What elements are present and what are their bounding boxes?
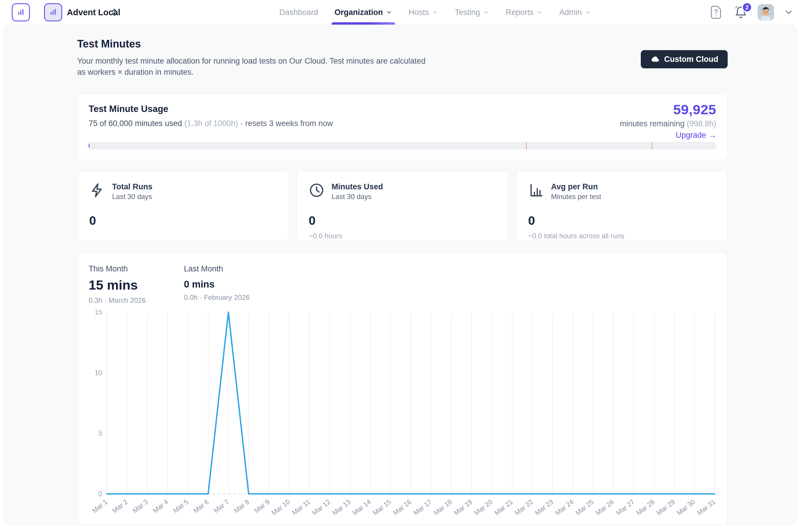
nav-item-admin[interactable]: Admin — [559, 0, 591, 25]
progress-threshold-marker — [526, 142, 527, 150]
page-description-line2: as workers × duration in minutes. — [77, 66, 728, 78]
x-axis-tick-label: Mar 12 — [310, 498, 331, 517]
remaining-label-line: minutes remaining (998.8h) — [620, 119, 716, 128]
x-axis-tick-label: Mar 8 — [232, 498, 251, 514]
usage-progress-fill — [89, 142, 90, 150]
content: Test Minutes Your monthly test minute al… — [77, 25, 728, 525]
x-axis-tick-label: Mar 17 — [412, 498, 433, 517]
x-axis-tick-label: Mar 20 — [473, 498, 494, 517]
x-axis-tick-label: Mar 4 — [151, 498, 169, 514]
y-axis-tick-label: 10 — [94, 369, 102, 377]
stat-card-subtext — [89, 232, 277, 240]
this-month-label: This Month — [89, 264, 146, 273]
stat-card-header: Total RunsLast 30 days — [89, 182, 277, 201]
this-month-value: 15 mins — [89, 278, 146, 293]
top-navigation: Advent Local DashboardOrganizationHostsT… — [0, 0, 801, 25]
x-axis-tick-label: Mar 23 — [533, 498, 554, 517]
stat-card-header: Avg per RunMinutes per test — [528, 182, 716, 201]
this-month-block: This Month 15 mins 0.3h · March 2026 — [89, 264, 146, 305]
notification-badge: 2 — [742, 2, 752, 13]
x-axis-tick-label: Mar 15 — [371, 498, 393, 517]
chart-card: This Month 15 mins 0.3h · March 2026 Las… — [77, 252, 728, 525]
last-month-value: 0 mins — [184, 279, 250, 290]
bar-chart-icon — [528, 182, 544, 198]
chevron-down-icon — [585, 9, 591, 16]
nav-item-label: Reports — [506, 8, 534, 17]
x-axis-tick-label: Mar 25 — [574, 498, 595, 517]
nav-item-hosts[interactable]: Hosts — [409, 0, 438, 25]
usage-card: Test Minute Usage 75 of 60,000 minutes u… — [77, 94, 728, 160]
upgrade-link[interactable]: Upgrade → — [620, 131, 716, 140]
workspace-logo-button[interactable] — [44, 3, 62, 21]
x-axis-tick-label: Mar 27 — [614, 498, 636, 517]
stat-card-total-runs: Total RunsLast 30 days0 — [77, 171, 289, 241]
stat-card-title: Total Runs — [112, 182, 152, 191]
active-nav-underline — [331, 22, 395, 25]
last-month-subtext: 0.0h · February 2026 — [184, 293, 250, 302]
nav-item-testing[interactable]: Testing — [455, 0, 489, 25]
main-panel: Test Minutes Your monthly test minute al… — [4, 25, 797, 525]
x-axis-tick-label: Mar 29 — [655, 498, 676, 517]
y-axis-tick-label: 0 — [98, 490, 102, 498]
avatar[interactable] — [758, 4, 774, 20]
account-menu-toggle[interactable] — [783, 4, 795, 20]
usage-text: 75 of 60,000 minutes used — [89, 119, 182, 128]
x-axis-tick-label: Mar 13 — [331, 498, 352, 517]
page-description: Your monthly test minute allocation for … — [77, 55, 728, 78]
usage-hours: (1.3h of 1000h) — [184, 119, 238, 128]
page-title: Test Minutes — [77, 25, 728, 50]
help-doc-icon: ? — [710, 5, 722, 19]
x-axis-tick-label: Mar 22 — [513, 498, 534, 517]
this-month-subtext: 0.3h · March 2026 — [89, 296, 146, 305]
x-axis-tick-label: Mar 11 — [291, 498, 312, 516]
updown-chevron-icon — [110, 7, 119, 17]
x-axis-tick-label: Mar 16 — [392, 498, 413, 517]
primary-nav: DashboardOrganizationHostsTestingReports… — [279, 0, 591, 25]
x-axis-tick-label: Mar 9 — [253, 498, 271, 514]
usage-chart-svg: Mar 1Mar 2Mar 3Mar 4Mar 5Mar 6Mar 7Mar 8… — [89, 310, 717, 519]
chevron-down-icon — [386, 9, 392, 16]
chevron-down-icon — [432, 9, 438, 16]
x-axis-tick-label: Mar 2 — [111, 498, 129, 514]
nav-item-dashboard[interactable]: Dashboard — [279, 0, 318, 25]
remaining-value: 59,925 — [620, 101, 716, 117]
stat-card-avg-per-run: Avg per RunMinutes per test0~0.0 total h… — [516, 171, 728, 241]
page-description-line1: Your monthly test minute allocation for … — [77, 55, 728, 66]
bar-chart-logo-icon — [16, 7, 26, 17]
x-axis-tick-label: Mar 21 — [493, 498, 514, 517]
nav-item-label: Dashboard — [279, 8, 318, 17]
clock-icon — [309, 182, 325, 198]
x-axis-tick-label: Mar 24 — [554, 498, 575, 517]
app-logo-button[interactable] — [12, 3, 30, 21]
x-axis-tick-label: Mar 10 — [270, 498, 291, 517]
x-axis-tick-label: Mar 28 — [635, 498, 656, 517]
nav-item-reports[interactable]: Reports — [506, 0, 543, 25]
nav-item-organization[interactable]: Organization — [334, 0, 392, 25]
notifications-button[interactable]: 2 — [733, 4, 749, 20]
usage-remaining-block: 59,925 minutes remaining (998.8h) Upgrad… — [620, 101, 716, 140]
stat-card-subtitle: Minutes per test — [551, 193, 601, 201]
stat-card-subtitle: Last 30 days — [112, 193, 152, 201]
usage-progress-bar — [89, 142, 716, 150]
usage-chart: Mar 1Mar 2Mar 3Mar 4Mar 5Mar 6Mar 7Mar 8… — [89, 310, 716, 520]
custom-cloud-button[interactable]: Custom Cloud — [641, 50, 728, 68]
last-month-label: Last Month — [184, 264, 250, 273]
stat-card-title: Avg per Run — [551, 182, 601, 191]
lightning-icon — [89, 182, 105, 198]
screen: Advent Local DashboardOrganizationHostsT… — [0, 0, 801, 532]
x-axis-tick-label: Mar 14 — [351, 498, 372, 517]
help-button[interactable]: ? — [708, 4, 724, 20]
stat-card-minutes-used: Minutes UsedLast 30 days0~0.0 hours — [297, 171, 508, 241]
stat-card-title: Minutes Used — [331, 182, 383, 191]
bar-chart-workspace-icon — [48, 7, 58, 17]
workspace-switcher[interactable] — [109, 7, 120, 18]
svg-text:?: ? — [714, 8, 718, 15]
x-axis-tick-label: Mar 18 — [432, 498, 453, 517]
x-axis-tick-label: Mar 7 — [212, 498, 230, 514]
chevron-down-icon — [483, 9, 489, 16]
x-axis-tick-label: Mar 26 — [594, 498, 615, 517]
x-axis-tick-label: Mar 3 — [131, 498, 149, 514]
chevron-down-icon — [536, 9, 543, 16]
custom-cloud-label: Custom Cloud — [664, 55, 718, 64]
stat-card-header: Minutes UsedLast 30 days — [309, 182, 496, 201]
